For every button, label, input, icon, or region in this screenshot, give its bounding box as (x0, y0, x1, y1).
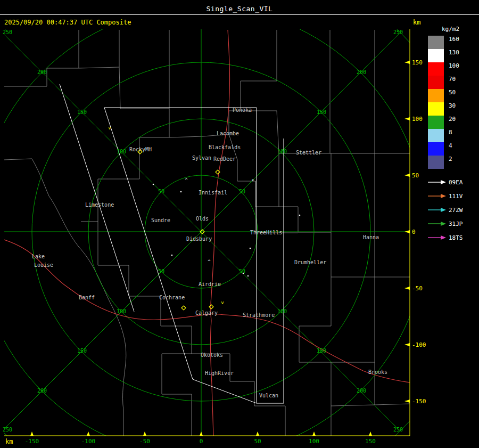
city-label: Blackfalds (209, 144, 241, 150)
legend-level-row: 30 (428, 102, 478, 116)
right-axis-tick (404, 174, 410, 177)
legend-level-row: 8 (428, 129, 478, 142)
point-marker (171, 255, 173, 256)
range-ring-label: 200 (357, 69, 366, 75)
city-label: Airdrie (199, 281, 221, 287)
legend-level-value: 2 (449, 156, 452, 169)
range-ring-label: 50 (239, 268, 245, 274)
radar-legend-row: 31JP (428, 217, 478, 231)
point-marker (299, 215, 301, 216)
bottom-axis-tick-label: -100 (81, 438, 96, 445)
legend-level-row: 160 (428, 36, 478, 49)
bottom-axis-tick-label: 150 (365, 438, 376, 445)
range-ring-label: 100 (277, 308, 287, 314)
legend-level-value: 4 (449, 142, 452, 156)
radar-viewer-window: Single_Scan_VIL 2025/09/20 00:47:37 UTC … (0, 0, 479, 448)
legend-level-value: 160 (449, 36, 459, 49)
point-marker (243, 273, 244, 274)
right-axis-tick-label: -100 (412, 341, 426, 348)
radar-id-label: 18TS (449, 234, 463, 241)
point-marker (180, 191, 182, 193)
right-axis-tick (404, 117, 410, 120)
legend-color-swatch (428, 142, 444, 156)
city-label: Cochrane (159, 295, 185, 300)
range-ring-label: 150 (317, 348, 326, 354)
radar-map-canvas[interactable]: 5050505010010010010015015015015020020020… (0, 0, 479, 448)
range-ring-label: 150 (317, 109, 326, 115)
scan-area-outline (60, 84, 284, 403)
range-ring-label: 200 (37, 388, 47, 394)
range-ring-label: 100 (277, 149, 287, 154)
right-axis-tick (404, 61, 410, 64)
right-axis: 150100500-50-100-150 (404, 59, 426, 405)
right-axis-tick (404, 400, 410, 403)
range-ring-label: 50 (158, 268, 164, 274)
legend-color-swatch (428, 102, 444, 116)
azimuth-lines (0, 0, 479, 448)
caret-marker: ^ (185, 177, 188, 183)
station-diamond-marker (209, 305, 213, 309)
bottom-axis-tick-label: -150 (25, 438, 39, 445)
legend-panel: kg/m2 16013010070503020842 09EA111V27ZW3… (428, 26, 478, 245)
bottom-axis-tick-label: -50 (139, 438, 150, 445)
city-label: Louise (34, 262, 53, 268)
range-ring-label: 100 (117, 149, 126, 154)
city-label: Banff (79, 295, 95, 300)
legend-color-swatch (428, 89, 444, 102)
legend-level-row: 70 (428, 76, 478, 89)
radar-id-label: 31JP (449, 221, 463, 227)
city-label: ThreeHills (250, 230, 282, 235)
city-label: Lacombe (217, 131, 239, 136)
radar-legend-row: 111V (428, 189, 478, 203)
range-ring-label: 250 (393, 29, 403, 35)
range-ring-label: 100 (117, 308, 126, 314)
city-label: Calgary (195, 310, 218, 316)
right-axis-tick-label: -150 (412, 398, 426, 405)
city-label: Hanna (363, 234, 379, 240)
bottom-axis-tick-label: 0 (200, 438, 203, 445)
radar-id-label: 09EA (449, 179, 463, 186)
city-label: Stettler (296, 150, 321, 156)
legend-level-row: 20 (428, 116, 478, 129)
range-ring-label: 50 (239, 189, 245, 194)
city-labels: PonokaLacombeBlackfaldsSylvanRedDeerStet… (32, 107, 387, 398)
radar-arrow-icon (428, 193, 446, 199)
bottom-axis-tick-label: 100 (309, 438, 319, 445)
legend-level-row: 4 (428, 142, 478, 156)
range-ring-label: 150 (77, 348, 87, 354)
legend-color-swatch (428, 156, 444, 169)
right-axis-tick (404, 343, 410, 346)
v-marker: v (108, 125, 111, 131)
range-ring-label: 200 (37, 69, 47, 75)
bottom-axis-tick (30, 431, 34, 436)
radar-arrow-icon (428, 207, 446, 213)
colorbar: 16013010070503020842 (428, 36, 478, 169)
city-label: Lake (32, 254, 45, 259)
legend-level-value: 100 (449, 62, 459, 76)
legend-color-swatch (428, 76, 444, 89)
bottom-axis-tick-label: 50 (254, 438, 261, 445)
range-ring-label: 200 (357, 388, 366, 394)
radar-arrow-icon (428, 234, 446, 241)
legend-level-value: 50 (449, 89, 456, 102)
bottom-axis-tick (256, 431, 259, 436)
city-label: HighRiver (205, 370, 234, 376)
right-axis-tick (404, 287, 410, 290)
station-diamond-marker (181, 306, 186, 310)
caret-marker: ^ (208, 259, 211, 264)
legend-level-value: 20 (449, 116, 456, 129)
city-label: Okotoks (201, 352, 223, 358)
legend-level-row: 100 (428, 62, 478, 76)
legend-units-label: kg/m2 (442, 26, 478, 32)
legend-level-row: 50 (428, 89, 478, 102)
bottom-axis-tick (369, 431, 372, 436)
radar-id-label: 27ZW (449, 207, 463, 214)
city-label: Drumheller (294, 259, 326, 265)
range-ring-label: 50 (158, 189, 164, 194)
city-label: Vulcan (259, 393, 278, 398)
asterisk-marker: * (251, 178, 254, 184)
radar-legend-row: 27ZW (428, 203, 478, 217)
city-label: Didsbury (186, 236, 212, 242)
range-ring-label: 150 (77, 109, 87, 115)
bottom-axis-tick (87, 431, 90, 436)
